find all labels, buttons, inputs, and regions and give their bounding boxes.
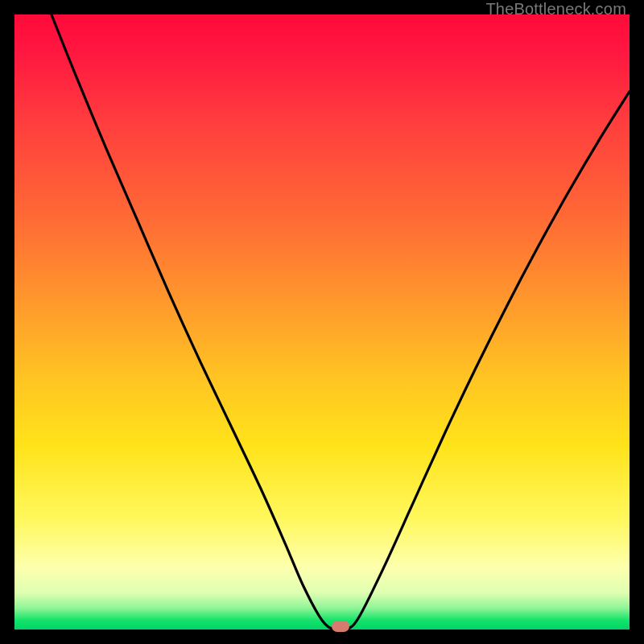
bottleneck-curve xyxy=(14,14,630,630)
optimal-marker xyxy=(332,621,349,632)
plot-area xyxy=(14,14,630,630)
chart-frame: TheBottleneck.com xyxy=(0,0,644,644)
watermark-text: TheBottleneck.com xyxy=(485,0,626,19)
